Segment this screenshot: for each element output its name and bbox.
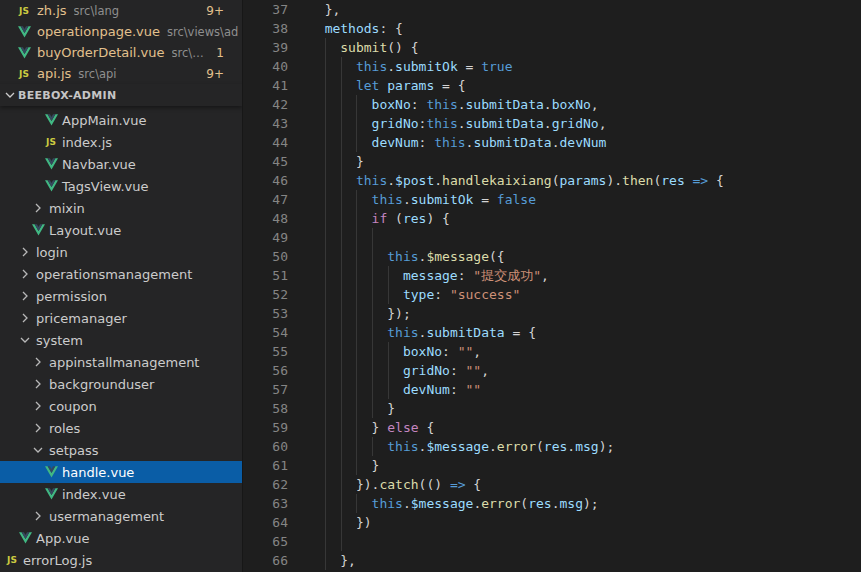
line-number[interactable]: 59 xyxy=(243,418,288,437)
line-number[interactable]: 39 xyxy=(243,38,288,57)
line-number[interactable]: 51 xyxy=(243,266,288,285)
line-number[interactable]: 65 xyxy=(243,532,288,551)
line-number[interactable]: 37 xyxy=(243,0,288,19)
line-number[interactable]: 46 xyxy=(243,171,288,190)
code-line-40[interactable]: 40this.submitOk = true xyxy=(243,57,861,76)
code-line-58[interactable]: 58} xyxy=(243,399,861,418)
line-number[interactable]: 66 xyxy=(243,551,288,570)
code-line-63[interactable]: 63this.$message.error(res.msg); xyxy=(243,494,861,513)
line-number[interactable]: 55 xyxy=(243,342,288,361)
tree-item-appinstallmanagement[interactable]: appinstallmanagement xyxy=(0,351,242,373)
code-line-55[interactable]: 55boxNo: "", xyxy=(243,342,861,361)
tree-item-navbar-vue[interactable]: Navbar.vue xyxy=(0,153,242,175)
line-number[interactable]: 56 xyxy=(243,361,288,380)
chevron-right-icon[interactable] xyxy=(17,288,33,304)
code-line-41[interactable]: 41let params = { xyxy=(243,76,861,95)
line-number[interactable]: 52 xyxy=(243,285,288,304)
tree-item-operationsmanagement[interactable]: operationsmanagement xyxy=(0,263,242,285)
code-line-47[interactable]: 47this.submitOk = false xyxy=(243,190,861,209)
chevron-right-icon[interactable] xyxy=(17,266,33,282)
tree-item-setpass[interactable]: setpass xyxy=(0,439,242,461)
line-number[interactable]: 38 xyxy=(243,19,288,38)
code-line-60[interactable]: 60this.$message.error(res.msg); xyxy=(243,437,861,456)
open-editor-item-operationpage-vue[interactable]: operationpage.vuesrc\views\ad xyxy=(0,21,242,42)
chevron-right-icon[interactable] xyxy=(30,398,46,414)
chevron-right-icon[interactable] xyxy=(30,508,46,524)
code-line-38[interactable]: 38methods: { xyxy=(243,19,861,38)
chevron-right-icon[interactable] xyxy=(17,244,33,260)
code-line-54[interactable]: 54this.submitData = { xyxy=(243,323,861,342)
chevron-right-icon[interactable] xyxy=(17,310,33,326)
code-line-43[interactable]: 43gridNo:this.submitData.gridNo, xyxy=(243,114,861,133)
chevron-down-icon[interactable] xyxy=(30,442,46,458)
line-number[interactable]: 53 xyxy=(243,304,288,323)
tree-item-appmain-vue[interactable]: AppMain.vue xyxy=(0,109,242,131)
tree-item-backgrounduser[interactable]: backgrounduser xyxy=(0,373,242,395)
line-number[interactable]: 62 xyxy=(243,475,288,494)
line-number[interactable]: 47 xyxy=(243,190,288,209)
code-line-44[interactable]: 44devNum: this.submitData.devNum xyxy=(243,133,861,152)
code-line-57[interactable]: 57devNum: "" xyxy=(243,380,861,399)
code-line-45[interactable]: 45} xyxy=(243,152,861,171)
code-line-37[interactable]: 37}, xyxy=(243,0,861,19)
line-number[interactable]: 60 xyxy=(243,437,288,456)
line-number[interactable]: 61 xyxy=(243,456,288,475)
line-number[interactable]: 49 xyxy=(243,228,288,247)
open-editor-item-buyorderdetail-vue[interactable]: buyOrderDetail.vuesrc\views…1 xyxy=(0,42,242,63)
code-line-53[interactable]: 53}); xyxy=(243,304,861,323)
chevron-down-icon[interactable] xyxy=(17,332,33,348)
tree-item-mixin[interactable]: mixin xyxy=(0,197,242,219)
chevron-right-icon[interactable] xyxy=(30,420,46,436)
tree-item-login[interactable]: login xyxy=(0,241,242,263)
chevron-right-icon[interactable] xyxy=(30,376,46,392)
code-line-66[interactable]: 66}, xyxy=(243,551,861,570)
code-line-59[interactable]: 59} else { xyxy=(243,418,861,437)
tree-item-app-vue[interactable]: App.vue xyxy=(0,527,242,549)
open-editor-item-api-js[interactable]: JSapi.jssrc\api9+ xyxy=(0,63,242,84)
line-number[interactable]: 42 xyxy=(243,95,288,114)
line-number[interactable]: 41 xyxy=(243,76,288,95)
tree-item-permission[interactable]: permission xyxy=(0,285,242,307)
code-line-64[interactable]: 64}) xyxy=(243,513,861,532)
line-number[interactable]: 43 xyxy=(243,114,288,133)
line-number[interactable]: 58 xyxy=(243,399,288,418)
line-number[interactable]: 63 xyxy=(243,494,288,513)
line-number[interactable]: 64 xyxy=(243,513,288,532)
code-line-48[interactable]: 48if (res) { xyxy=(243,209,861,228)
tree-item-layout-vue[interactable]: Layout.vue xyxy=(0,219,242,241)
tree-item-pricemanager[interactable]: pricemanager xyxy=(0,307,242,329)
tree-item-index-vue[interactable]: index.vue xyxy=(0,483,242,505)
code-line-50[interactable]: 50this.$message({ xyxy=(243,247,861,266)
code-line-51[interactable]: 51message: "提交成功", xyxy=(243,266,861,285)
chevron-down-icon[interactable] xyxy=(2,87,18,103)
line-number[interactable]: 57 xyxy=(243,380,288,399)
code-line-49[interactable]: 49 xyxy=(243,228,861,247)
code-line-52[interactable]: 52type: "success" xyxy=(243,285,861,304)
code-editor[interactable]: 37},38methods: {39submit() {40this.submi… xyxy=(243,0,861,572)
tree-item-index-js[interactable]: JSindex.js xyxy=(0,131,242,153)
code-line-39[interactable]: 39submit() { xyxy=(243,38,861,57)
folder-section-header[interactable]: BEEBOX-ADMIN xyxy=(0,84,242,106)
chevron-right-icon[interactable] xyxy=(30,200,46,216)
tree-item-coupon[interactable]: coupon xyxy=(0,395,242,417)
code-line-56[interactable]: 56gridNo: "", xyxy=(243,361,861,380)
tree-item-system[interactable]: system xyxy=(0,329,242,351)
tree-item-handle-vue[interactable]: handle.vue xyxy=(0,461,242,483)
tree-item-roles[interactable]: roles xyxy=(0,417,242,439)
code-line-65[interactable]: 65 xyxy=(243,532,861,551)
line-number[interactable]: 48 xyxy=(243,209,288,228)
line-number[interactable]: 45 xyxy=(243,152,288,171)
tree-item-errorlog-js[interactable]: JSerrorLog.js xyxy=(0,549,242,571)
line-number[interactable]: 50 xyxy=(243,247,288,266)
line-number[interactable]: 54 xyxy=(243,323,288,342)
line-number[interactable]: 44 xyxy=(243,133,288,152)
code-line-62[interactable]: 62}).catch(() => { xyxy=(243,475,861,494)
code-line-42[interactable]: 42boxNo: this.submitData.boxNo, xyxy=(243,95,861,114)
open-editor-item-zh-js[interactable]: JSzh.jssrc\lang9+ xyxy=(0,0,242,21)
code-line-61[interactable]: 61} xyxy=(243,456,861,475)
chevron-right-icon[interactable] xyxy=(30,354,46,370)
tree-item-tagsview-vue[interactable]: TagsView.vue xyxy=(0,175,242,197)
tree-item-usermanagement[interactable]: usermanagement xyxy=(0,505,242,527)
line-number[interactable]: 40 xyxy=(243,57,288,76)
code-line-46[interactable]: 46this.$post.handlekaixiang(params).then… xyxy=(243,171,861,190)
